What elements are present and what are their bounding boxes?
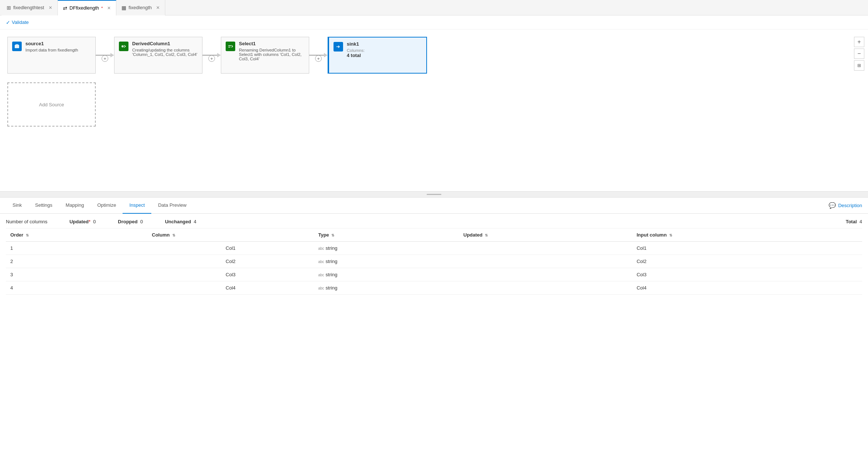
tab-dffixedlength[interactable]: ⇄ DFfixedlength * ✕ xyxy=(58,0,117,15)
source1-desc: Import data from fixedlength xyxy=(25,48,91,52)
cell-column-0: Col1 xyxy=(148,242,314,255)
description-label: Description xyxy=(838,203,862,208)
cell-type-3: abcstring xyxy=(314,281,459,295)
input-column-col-label: Input column xyxy=(636,232,667,238)
checkmark-icon: ✓ xyxy=(6,19,10,25)
tab-inspect[interactable]: Inspect xyxy=(123,198,151,214)
svg-rect-1 xyxy=(15,44,18,45)
derivedcolumn1-icon-box xyxy=(118,41,129,52)
tab-settings[interactable]: Settings xyxy=(28,198,59,214)
order-sort-icon: ⇅ xyxy=(26,233,29,237)
source-icon xyxy=(12,42,22,51)
tab-mapping[interactable]: Mapping xyxy=(59,198,91,214)
cell-input-column-1: Col2 xyxy=(632,255,862,268)
tab-close-1[interactable]: ✕ xyxy=(49,5,52,10)
connector-3: + xyxy=(309,53,328,57)
tab-label-1: fixedlengthtest xyxy=(13,5,44,10)
flow-arrow-1 xyxy=(110,53,114,57)
connector-2: + xyxy=(202,53,221,57)
cell-column-3: Col4 xyxy=(148,281,314,295)
source1-title: source1 xyxy=(25,41,91,46)
zoom-out-button[interactable]: − xyxy=(854,49,864,59)
tab-datapreview[interactable]: Data Preview xyxy=(151,198,193,214)
cell-order-3: 4 xyxy=(6,281,148,295)
table-row: 4 Col4 abcstring Col4 xyxy=(6,281,862,295)
col-header-input-column[interactable]: Input column ⇅ xyxy=(632,228,862,242)
table-row: 1 Col1 abcstring Col1 xyxy=(6,242,862,255)
tab-close-2[interactable]: ✕ xyxy=(107,6,111,11)
col-header-type[interactable]: Type ⇅ xyxy=(314,228,459,242)
updated-label: Updated xyxy=(70,219,89,224)
tab-optimize[interactable]: Optimize xyxy=(91,198,123,214)
cell-updated-0 xyxy=(459,242,632,255)
num-columns-label: Number of columns xyxy=(6,219,47,224)
canvas-controls: + − ⊞ xyxy=(854,37,864,71)
sink1-node[interactable]: sink1 Columns: 4 total xyxy=(328,37,427,74)
tab-mapping-label: Mapping xyxy=(66,202,84,208)
inspect-area: Number of columns Updated* 0 Dropped 0 U… xyxy=(0,214,868,295)
table-header-row: Order ⇅ Column ⇅ Type ⇅ Updated ⇅ xyxy=(6,228,862,242)
cell-order-1: 2 xyxy=(6,255,148,268)
tab-inspect-label: Inspect xyxy=(129,202,145,208)
sink1-title: sink1 xyxy=(347,41,422,47)
cell-type-0: abcstring xyxy=(314,242,459,255)
collapse-dash-icon xyxy=(427,194,441,195)
tab-icon-3: ▦ xyxy=(121,5,126,11)
tab-optimize-label: Optimize xyxy=(97,202,116,208)
plus-btn-1[interactable]: + xyxy=(102,55,108,62)
updated-value: 0 xyxy=(93,219,96,224)
derivedcolumn1-title: DerivedColumn1 xyxy=(132,41,198,46)
column-col-label: Column xyxy=(152,232,170,238)
table-row: 2 Col2 abcstring Col2 xyxy=(6,255,862,268)
tab-close-3[interactable]: ✕ xyxy=(156,5,160,10)
description-icon: 💬 xyxy=(829,202,836,209)
fit-view-button[interactable]: ⊞ xyxy=(854,60,864,71)
sink1-icon-box xyxy=(333,41,344,52)
connector-1: + xyxy=(96,53,114,57)
cell-order-2: 3 xyxy=(6,268,148,281)
select1-icon-box xyxy=(225,41,236,52)
tab-fixedlengthtest[interactable]: ⊞ fixedlengthtest ✕ xyxy=(1,0,58,15)
stat-dropped: Dropped 0 xyxy=(118,219,143,224)
source1-icon-box xyxy=(11,41,22,52)
svg-point-2 xyxy=(121,45,124,47)
tab-sink-label: Sink xyxy=(13,202,22,208)
validate-label: Validate xyxy=(12,19,29,25)
derivedcolumn1-node[interactable]: DerivedColumn1 Creating/updating the col… xyxy=(114,37,202,74)
derivedcolumn1-desc: Creating/updating the columns 'Column_1,… xyxy=(132,48,198,57)
stat-num-columns: Number of columns xyxy=(6,219,47,224)
tab-label-3: fixedlength xyxy=(128,5,152,10)
col-header-column[interactable]: Column ⇅ xyxy=(148,228,314,242)
sink1-node-wrapper: sink1 Columns: 4 total xyxy=(328,37,427,74)
validate-button[interactable]: ✓ Validate xyxy=(6,19,29,25)
sink1-extra: 4 total xyxy=(347,53,422,58)
updated-sort-icon: ⇅ xyxy=(485,233,488,237)
select1-node[interactable]: Select1 Renaming DerivedColumn1 to Selec… xyxy=(221,37,309,74)
collapse-handle[interactable] xyxy=(0,191,868,197)
tab-fixedlength[interactable]: ▦ fixedlength ✕ xyxy=(116,0,165,15)
plus-btn-3[interactable]: + xyxy=(315,55,322,62)
source1-node[interactable]: source1 Import data from fixedlength xyxy=(7,37,96,74)
select1-title: Select1 xyxy=(239,41,304,46)
column-sort-icon: ⇅ xyxy=(172,233,175,237)
plus-btn-2[interactable]: + xyxy=(208,55,215,62)
stat-total: Total 4 xyxy=(846,219,862,224)
transform1-icon xyxy=(119,42,128,51)
select1-desc: Renaming DerivedColumn1 to Select1 with … xyxy=(239,48,304,61)
cell-type-2: abcstring xyxy=(314,268,459,281)
add-source-label: Add Source xyxy=(39,102,64,107)
flow-arrow-2 xyxy=(217,53,221,57)
description-button[interactable]: 💬 Description xyxy=(829,202,862,209)
total-value: 4 xyxy=(860,219,862,224)
col-header-order[interactable]: Order ⇅ xyxy=(6,228,148,242)
table-body: 1 Col1 abcstring Col1 2 Col2 abcstring C… xyxy=(6,242,862,295)
tab-modified-indicator: * xyxy=(101,6,103,10)
tab-sink[interactable]: Sink xyxy=(6,198,28,214)
col-header-updated[interactable]: Updated ⇅ xyxy=(459,228,632,242)
zoom-in-button[interactable]: + xyxy=(854,37,864,47)
bottom-tabs: Sink Settings Mapping Optimize Inspect D… xyxy=(0,198,868,214)
type-sort-icon: ⇅ xyxy=(331,233,334,237)
svg-rect-4 xyxy=(228,47,230,47)
dropped-label: Dropped xyxy=(118,219,137,224)
add-source-button[interactable]: Add Source xyxy=(7,82,96,127)
